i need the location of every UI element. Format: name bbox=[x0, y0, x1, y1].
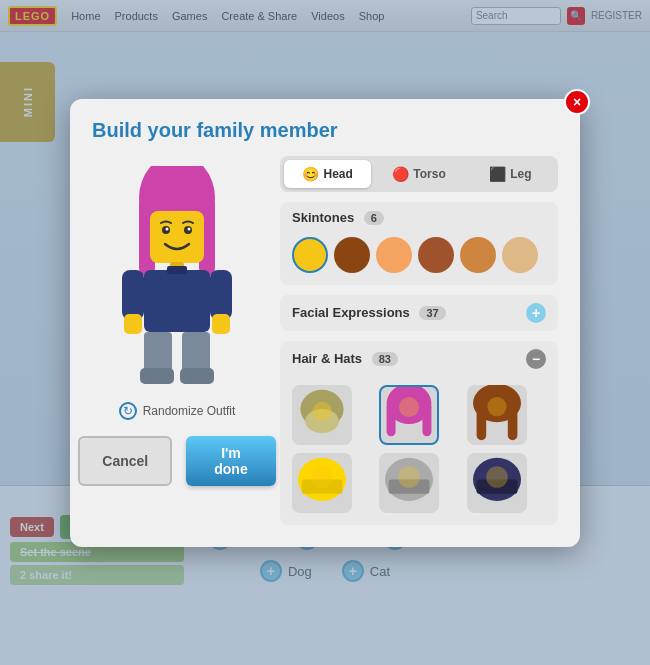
modal-title: Build your family member bbox=[92, 119, 558, 142]
svg-point-21 bbox=[312, 401, 331, 420]
skintones-section: Skintones 6 bbox=[280, 202, 558, 285]
skintone-swatch-0[interactable] bbox=[292, 237, 328, 273]
skintone-swatch-3[interactable] bbox=[418, 237, 454, 273]
hair-hats-header: Hair & Hats 83 − bbox=[280, 341, 558, 377]
hair-hats-label: Hair & Hats bbox=[292, 351, 362, 366]
hair-hats-toggle[interactable]: − bbox=[526, 349, 546, 369]
modal-actions: Cancel I'm done bbox=[78, 436, 275, 486]
skintones-count: 6 bbox=[364, 211, 384, 225]
skintone-swatch-2[interactable] bbox=[376, 237, 412, 273]
hair-item-2[interactable] bbox=[467, 385, 527, 445]
svg-point-32 bbox=[311, 466, 333, 488]
customize-panel: 😊 Head 🔴 Torso ⬛ Leg bbox=[280, 156, 558, 525]
svg-rect-18 bbox=[167, 266, 187, 274]
modal-overlay: × Build your family member bbox=[0, 0, 650, 665]
hair-item-0[interactable] bbox=[292, 385, 352, 445]
modal-dialog: × Build your family member bbox=[70, 99, 580, 547]
figure-preview bbox=[97, 156, 257, 396]
skintones-header: Skintones 6 bbox=[280, 202, 558, 233]
svg-rect-13 bbox=[212, 314, 230, 334]
svg-rect-11 bbox=[210, 270, 232, 320]
svg-rect-12 bbox=[124, 314, 142, 334]
done-button[interactable]: I'm done bbox=[186, 436, 275, 486]
tab-torso[interactable]: 🔴 Torso bbox=[375, 160, 462, 188]
figure-panel: ↻ Randomize Outfit Cancel I'm done bbox=[92, 156, 262, 525]
facial-expressions-section: Facial Expressions 37 + bbox=[280, 295, 558, 331]
head-tab-icon: 😊 bbox=[302, 166, 319, 182]
randomize-button[interactable]: ↻ Randomize Outfit bbox=[119, 402, 236, 420]
svg-point-35 bbox=[399, 466, 421, 488]
torso-tab-icon: 🔴 bbox=[392, 166, 409, 182]
facial-expressions-header: Facial Expressions 37 + bbox=[280, 295, 558, 331]
hair-item-4[interactable] bbox=[379, 453, 439, 513]
skintones-label: Skintones bbox=[292, 210, 354, 225]
tab-head[interactable]: 😊 Head bbox=[284, 160, 371, 188]
hair-item-1[interactable] bbox=[379, 385, 439, 445]
skintone-swatch-1[interactable] bbox=[334, 237, 370, 273]
facial-expressions-count: 37 bbox=[419, 306, 445, 320]
svg-rect-3 bbox=[150, 211, 204, 263]
hair-item-5[interactable] bbox=[467, 453, 527, 513]
svg-point-29 bbox=[487, 397, 506, 416]
randomize-icon: ↻ bbox=[119, 402, 137, 420]
hair-item-3[interactable] bbox=[292, 453, 352, 513]
svg-rect-10 bbox=[122, 270, 144, 320]
svg-rect-27 bbox=[476, 401, 486, 439]
head-tab-label: Head bbox=[323, 167, 352, 181]
modal-body: ↻ Randomize Outfit Cancel I'm done 😊 Hea… bbox=[92, 156, 558, 525]
svg-rect-24 bbox=[423, 402, 432, 436]
facial-expressions-toggle[interactable]: + bbox=[526, 303, 546, 323]
svg-point-25 bbox=[399, 397, 419, 417]
skintones-swatches bbox=[280, 233, 558, 285]
skintone-swatch-5[interactable] bbox=[502, 237, 538, 273]
svg-rect-9 bbox=[144, 270, 210, 332]
hair-grid bbox=[280, 377, 558, 525]
leg-tab-icon: ⬛ bbox=[489, 166, 506, 182]
tab-leg[interactable]: ⬛ Leg bbox=[467, 160, 554, 188]
leg-tab-label: Leg bbox=[510, 167, 531, 181]
cancel-button[interactable]: Cancel bbox=[78, 436, 172, 486]
hair-hats-section: Hair & Hats 83 − bbox=[280, 341, 558, 525]
tab-bar: 😊 Head 🔴 Torso ⬛ Leg bbox=[280, 156, 558, 192]
lego-figure bbox=[112, 166, 242, 386]
svg-point-38 bbox=[486, 466, 508, 488]
facial-expressions-label: Facial Expressions bbox=[292, 305, 410, 320]
modal-close-button[interactable]: × bbox=[564, 89, 590, 115]
svg-rect-23 bbox=[387, 402, 396, 436]
svg-rect-28 bbox=[507, 401, 517, 439]
randomize-label: Randomize Outfit bbox=[143, 404, 236, 418]
skintone-swatch-4[interactable] bbox=[460, 237, 496, 273]
svg-rect-17 bbox=[180, 368, 214, 384]
svg-rect-16 bbox=[140, 368, 174, 384]
hair-hats-count: 83 bbox=[372, 352, 398, 366]
torso-tab-label: Torso bbox=[413, 167, 445, 181]
svg-point-7 bbox=[188, 227, 191, 230]
svg-point-6 bbox=[166, 227, 169, 230]
